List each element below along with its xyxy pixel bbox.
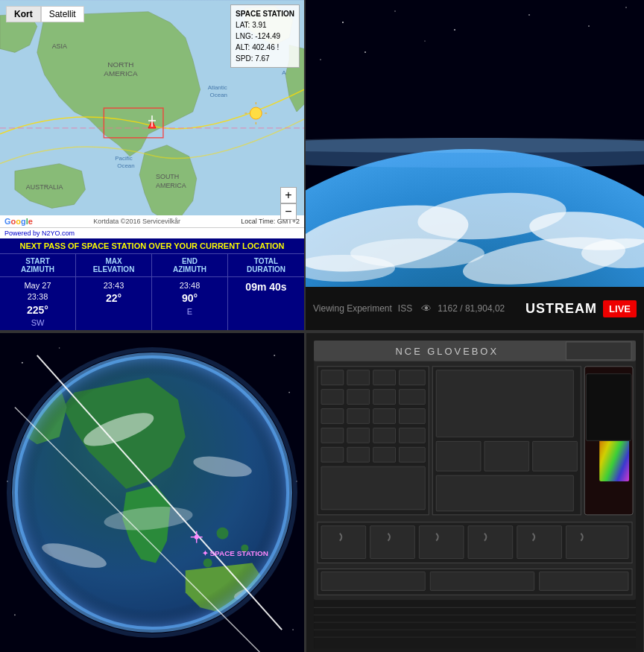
table-header: NEXT PASS OF SPACE STATION OVER YOUR CUR… <box>0 238 304 253</box>
svg-text:AMERICA: AMERICA <box>104 69 138 77</box>
google-logo: Google <box>4 217 33 226</box>
svg-rect-79 <box>347 370 370 385</box>
duration-value: 09m 40s <box>230 280 303 295</box>
svg-rect-89 <box>399 409 425 424</box>
max-el-time: 23:43 <box>78 280 150 291</box>
map-controls: Kort Satellit <box>6 6 84 22</box>
svg-rect-102 <box>484 441 529 471</box>
end-time: 23:48 <box>154 280 226 291</box>
globe-panel: ✦ SPACE STATION <box>0 332 306 652</box>
svg-text:Ocean: Ocean <box>210 92 227 98</box>
svg-rect-90 <box>321 428 344 443</box>
col-start-azimuth: STARTAZIMUTH <box>0 254 76 277</box>
powered-by-text: Powered by N2YO.com <box>4 230 75 237</box>
svg-text:AMERICA: AMERICA <box>156 182 186 189</box>
svg-rect-115 <box>566 526 628 559</box>
svg-point-46 <box>274 355 275 356</box>
svg-text:NORTH: NORTH <box>107 60 133 69</box>
end-azimuth-cell: 23:48 90° E <box>152 277 228 332</box>
experiment-text: Viewing Experiment <box>313 303 392 314</box>
map-area[interactable]: ASIA NORTH AMERICA SOUTH AMERICA AUSTRAL… <box>0 0 304 227</box>
col-end-azimuth: ENDAZIMUTH <box>152 254 228 277</box>
svg-rect-110 <box>321 526 366 559</box>
svg-rect-93 <box>399 428 425 443</box>
svg-rect-96 <box>373 447 396 462</box>
svg-rect-97 <box>399 447 425 462</box>
table-column-headers: STARTAZIMUTH MAXELEVATION ENDAZIMUTH TOT… <box>0 253 304 277</box>
svg-rect-78 <box>321 370 344 385</box>
svg-point-47 <box>288 392 290 393</box>
svg-text:AUSTRALIA: AUSTRALIA <box>26 184 63 192</box>
satellite-button[interactable]: Satellit <box>41 6 84 22</box>
svg-rect-117 <box>321 572 425 591</box>
svg-rect-94 <box>321 447 344 462</box>
svg-text:NCE GLOVEBOX: NCE GLOVEBOX <box>395 346 499 357</box>
svg-marker-108 <box>588 374 631 441</box>
svg-rect-118 <box>430 572 534 591</box>
svg-text:A: A <box>282 69 286 76</box>
svg-rect-81 <box>399 370 425 385</box>
svg-rect-80 <box>373 370 396 385</box>
svg-text:SOUTH: SOUTH <box>156 173 179 180</box>
station-lng: LNG: -124.49 <box>236 31 294 42</box>
svg-point-70 <box>195 535 199 539</box>
svg-point-45 <box>59 347 60 349</box>
station-info-box: SPACE STATION LAT: 3.91 LNG: -124.49 ALT… <box>230 4 300 68</box>
svg-point-41 <box>306 138 644 153</box>
svg-rect-113 <box>468 526 513 559</box>
map-zoom-controls: + − <box>280 187 297 220</box>
col-total-duration: TOTALDURATION <box>228 254 304 277</box>
zoom-out-button[interactable]: − <box>280 203 297 220</box>
start-time: 23:38 <box>1 291 74 303</box>
start-degrees: 225° <box>1 303 74 318</box>
svg-point-49 <box>292 629 294 630</box>
max-elevation-cell: 23:43 22° <box>76 277 152 332</box>
col-max-elevation: MAXELEVATION <box>76 254 152 277</box>
view-count: 1162 / 81,904,02 <box>438 303 505 314</box>
start-azimuth-cell: May 27 23:38 225° SW <box>0 277 76 332</box>
table-row: May 27 23:38 225° SW 23:43 22° 23:48 90°… <box>0 277 304 332</box>
space-background <box>306 0 644 330</box>
ustream-logo: USTREAM <box>525 301 597 317</box>
map-data-text: Kortdata ©2016 Servicevilkår <box>93 218 180 225</box>
powered-by-bar: Powered by N2YO.com <box>0 227 304 238</box>
svg-text:ASIA: ASIA <box>52 42 67 50</box>
svg-rect-91 <box>347 428 370 443</box>
zoom-in-button[interactable]: + <box>280 187 297 203</box>
live-badge: LIVE <box>603 300 637 317</box>
space-panel: Viewing Experiment ISS 👁 1162 / 81,904,0… <box>306 0 644 332</box>
station-title: SPACE STATION <box>236 8 294 19</box>
svg-text:Pacific: Pacific <box>115 155 132 162</box>
svg-rect-86 <box>321 409 344 424</box>
start-direction: SW <box>1 317 74 329</box>
station-alt: ALT: 402.46 ! <box>236 42 294 53</box>
svg-rect-104 <box>436 475 573 511</box>
station-spd: SPD: 7.67 <box>236 53 294 64</box>
eye-icon: 👁 <box>421 303 432 314</box>
svg-rect-114 <box>517 526 562 559</box>
map-panel: ASIA NORTH AMERICA SOUTH AMERICA AUSTRAL… <box>0 0 306 332</box>
interior-svg: NCE GLOVEBOX <box>306 333 644 652</box>
stars-svg <box>306 0 644 330</box>
svg-text:Ocean: Ocean <box>117 162 134 169</box>
interior-panel: NCE GLOVEBOX <box>306 332 644 652</box>
svg-rect-83 <box>347 390 370 405</box>
globe-svg: ✦ SPACE STATION <box>0 333 304 652</box>
svg-rect-87 <box>347 409 370 424</box>
svg-rect-100 <box>436 370 573 437</box>
svg-rect-92 <box>373 428 396 443</box>
end-degrees: 90° <box>154 291 226 306</box>
svg-rect-103 <box>533 441 578 471</box>
station-lat: LAT: 3.91 <box>236 19 294 31</box>
svg-rect-42 <box>306 0 644 134</box>
svg-rect-76 <box>566 342 631 360</box>
svg-rect-84 <box>373 390 396 405</box>
svg-rect-95 <box>347 447 370 462</box>
max-el-degrees: 22° <box>78 291 150 306</box>
svg-rect-88 <box>373 409 396 424</box>
map-button[interactable]: Kort <box>6 6 41 22</box>
end-direction: E <box>154 306 226 317</box>
svg-rect-82 <box>321 390 344 405</box>
svg-point-44 <box>22 362 23 364</box>
duration-cell: 09m 40s <box>228 277 304 332</box>
